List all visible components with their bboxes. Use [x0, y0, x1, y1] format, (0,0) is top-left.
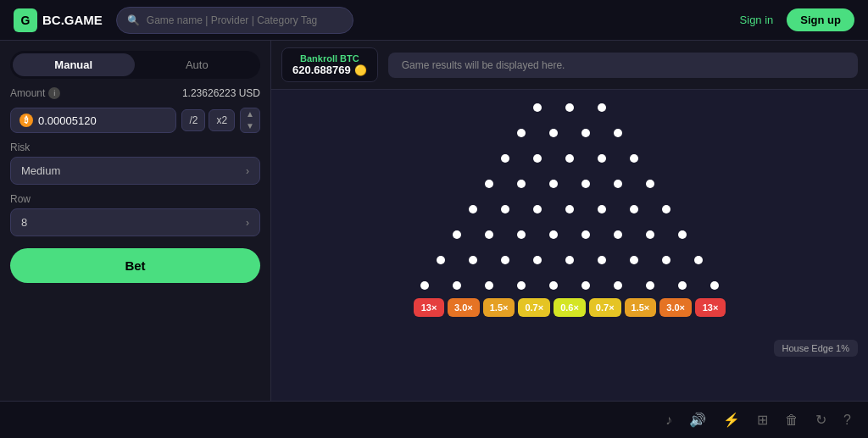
pin	[581, 180, 590, 188]
row-label: Row	[10, 193, 260, 205]
pin	[581, 129, 590, 137]
refresh-icon[interactable]: ↻	[815, 412, 826, 428]
bankroll-label: Bankroll BTC	[292, 53, 367, 64]
pin	[517, 230, 526, 239]
signin-button[interactable]: Sign in	[740, 14, 774, 26]
pin	[694, 256, 703, 264]
pin-row	[533, 103, 606, 112]
trash-icon[interactable]: 🗑	[785, 413, 798, 428]
coin-icon: 🟡	[354, 64, 367, 76]
bucket[interactable]: 1.5×	[625, 298, 657, 317]
amount-stepper[interactable]: ▲ ▼	[240, 108, 260, 133]
risk-field: Risk Medium ›	[10, 141, 260, 185]
pin	[549, 281, 558, 290]
search-icon: 🔍	[127, 14, 140, 26]
search-bar[interactable]: 🔍	[116, 7, 353, 34]
half-button[interactable]: /2	[181, 109, 205, 131]
pin	[646, 230, 654, 239]
bucket[interactable]: 1.5×	[483, 298, 515, 317]
stepper-down[interactable]: ▼	[241, 120, 259, 132]
stepper-up[interactable]: ▲	[241, 108, 259, 120]
row-selector[interactable]: 8 ›	[10, 208, 260, 236]
pin	[549, 129, 558, 137]
pin	[662, 256, 670, 264]
bucket[interactable]: 3.0×	[448, 298, 480, 317]
pin	[598, 154, 606, 163]
pin	[533, 205, 542, 213]
logo: G BC.GAME	[14, 8, 103, 32]
bucket[interactable]: 0.7×	[518, 298, 550, 317]
bucket[interactable]: 3.0×	[659, 298, 692, 317]
pin	[678, 230, 687, 239]
results-text: Game results will be displayed here.	[402, 59, 565, 71]
pin	[598, 205, 606, 213]
help-icon[interactable]: ?	[843, 413, 851, 428]
risk-value: Medium	[21, 164, 60, 177]
risk-label: Risk	[10, 141, 260, 153]
tab-manual[interactable]: Manual	[13, 53, 135, 76]
pin	[517, 180, 526, 188]
pin	[517, 129, 526, 137]
volume-icon[interactable]: 🔊	[689, 412, 706, 428]
pin	[549, 230, 558, 239]
tab-auto[interactable]: Auto	[136, 53, 259, 76]
grid-icon[interactable]: ⊞	[757, 412, 768, 428]
pin	[485, 281, 493, 290]
signup-button[interactable]: Sign up	[787, 8, 854, 31]
pin	[614, 129, 622, 137]
pin-row	[517, 129, 622, 137]
bet-button[interactable]: Bet	[10, 248, 260, 283]
pin	[469, 256, 477, 264]
pin	[646, 281, 654, 290]
bucket[interactable]: 0.7×	[589, 298, 621, 317]
amount-label: Amount i	[10, 87, 60, 99]
pin	[614, 230, 622, 239]
music-icon[interactable]: ♪	[665, 413, 672, 428]
house-edge-badge: House Edge 1%	[774, 340, 859, 357]
game-area: Bankroll BTC 620.688769 🟡 Game results w…	[271, 41, 868, 401]
pin	[501, 205, 509, 213]
pins-container	[420, 103, 719, 290]
pin	[630, 256, 638, 264]
pin-row	[437, 256, 703, 264]
pin	[469, 205, 477, 213]
lightning-icon[interactable]: ⚡	[723, 412, 740, 428]
double-button[interactable]: x2	[209, 109, 235, 131]
bucket[interactable]: 0.6×	[554, 298, 586, 317]
amount-input-row: ₿ /2 x2 ▲ ▼	[10, 108, 260, 133]
crypto-input-wrapper[interactable]: ₿	[10, 108, 176, 133]
pin	[565, 154, 574, 163]
pin	[630, 154, 638, 163]
pin-row	[485, 180, 654, 188]
pin	[533, 103, 542, 112]
pin	[533, 154, 542, 163]
bucket[interactable]: 13×	[414, 298, 444, 317]
pin	[437, 256, 445, 264]
pin	[485, 230, 493, 239]
risk-chevron: ›	[246, 165, 249, 177]
main-content: Manual Auto Amount i 1.23626223 USD ₿ /2…	[0, 41, 868, 401]
search-input[interactable]	[147, 14, 342, 26]
bankroll-value: 620.688769 🟡	[292, 64, 367, 76]
multiplier-btns: /2 x2	[181, 109, 235, 131]
bucket[interactable]: 13×	[695, 298, 726, 317]
pin	[565, 205, 574, 213]
pin	[598, 256, 606, 264]
pin	[549, 180, 558, 188]
logo-text: BC.GAME	[42, 13, 103, 27]
info-icon[interactable]: i	[48, 87, 60, 99]
pin	[614, 180, 622, 188]
pin	[581, 281, 590, 290]
pin	[453, 230, 461, 239]
pin	[646, 180, 654, 188]
pin-row	[453, 230, 687, 239]
risk-selector[interactable]: Medium ›	[10, 157, 260, 185]
pin	[662, 205, 670, 213]
tabs: Manual Auto	[10, 51, 260, 79]
pin	[630, 205, 638, 213]
pin	[565, 103, 574, 112]
btc-icon: ₿	[19, 114, 33, 127]
amount-row: Amount i 1.23626223 USD	[10, 87, 260, 99]
crypto-amount-input[interactable]	[38, 114, 167, 127]
amount-text: Amount	[10, 87, 45, 99]
